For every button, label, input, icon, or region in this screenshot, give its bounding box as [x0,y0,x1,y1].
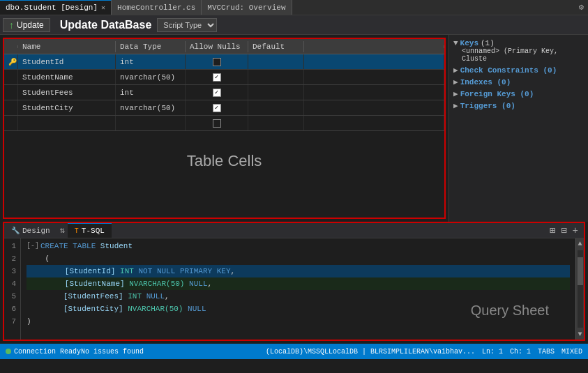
design-tab-label: Design [22,227,50,235]
tab-design[interactable]: 🔧 Design [4,223,57,238]
extra-cell [304,54,444,69]
close-paren: ) [27,315,31,328]
tab-label: HomeController.cs [117,3,195,12]
foreign-keys-section: ▶ Foreign Keys (0) [453,89,584,98]
table-row[interactable]: StudentFees int [4,85,444,100]
default-cell[interactable] [248,116,304,130]
sql-line-7: ) [27,315,570,328]
field-name[interactable]: StudentFees [18,85,116,100]
allow-nulls-cell[interactable] [186,70,248,84]
field-name[interactable]: StudentId [18,54,116,69]
allow-nulls-cell[interactable] [186,54,248,69]
kw-null: NULL [157,265,175,277]
type-int: INT [128,290,142,303]
scroll-up-btn[interactable]: ▲ [578,238,582,249]
status-bar: Connection Ready No issues found (LocalD… [0,344,588,359]
bottom-tab-bar: 🔧 Design ⇅ T T-SQL ⊞ ⊟ + [4,223,584,238]
check-constraints-label[interactable]: Check Constraints (0) [460,66,557,75]
grid-view-btn[interactable]: ⊞ [547,224,558,236]
kw-null: NULL [189,277,207,290]
mixed-mode: MIXED [561,348,582,356]
allow-nulls-checkbox[interactable] [213,89,221,97]
foreign-keys-label[interactable]: Foreign Keys (0) [460,90,534,98]
keyword-create: CREATE [40,240,68,252]
collapse-triangle[interactable]: ▶ [453,77,458,86]
scroll-thumb[interactable] [578,257,583,285]
table-design-area: Name Data Type Allow Nulls Default 🔑 Stu… [0,35,448,222]
type-int: INT [120,265,134,277]
allow-nulls-checkbox[interactable] [213,58,221,66]
allow-nulls-cell[interactable] [186,85,248,100]
key-indicator [4,70,18,84]
vertical-scrollbar[interactable]: ▲ ▼ [575,238,584,340]
allow-nulls-checkbox[interactable] [213,119,221,128]
tab-close-icon[interactable]: ✕ [101,3,105,12]
keys-label[interactable]: Keys [460,39,478,47]
field-type[interactable] [116,116,186,130]
extra-cell [304,70,444,84]
type-nvarchar: NVARCHAR(50) [129,277,184,290]
update-button[interactable]: ↑ Update [3,18,50,32]
col-header-allownulls: Allow Nulls [186,41,248,52]
field-type[interactable]: nvarchar(50) [116,70,186,84]
allow-nulls-cell[interactable] [186,116,248,130]
tab-dbo-student[interactable]: dbo.Student [Design] ✕ [0,0,112,15]
open-paren: ( [27,252,50,265]
collapse-icon[interactable]: [-] [27,240,39,252]
tab-tsql[interactable]: T T-SQL [68,223,112,238]
extra-cell [304,100,444,115]
col-header-name: Name [18,41,116,52]
indexes-label[interactable]: Indexes (0) [460,78,511,86]
indent [27,303,63,315]
tab-label: dbo.Student [Design] [6,3,98,12]
type-nvarchar: NVARCHAR(50) [128,303,183,315]
table-cells-label: Table Cells [4,131,444,170]
scroll-down-btn[interactable]: ▼ [578,329,582,340]
sql-editor: 1 2 3 4 5 6 7 [-] CREATE TABLE Student ( [4,238,584,340]
field-name[interactable]: StudentCity [18,100,116,115]
field-name[interactable]: StudentName [18,70,116,84]
default-cell[interactable] [248,54,304,69]
keys-section: ▼ Keys (1) <unnamed> (Primary Key, Clust… [453,39,584,63]
server-info: (LocalDB)\MSSQLLocalDB | BLRSIMPLILERAN\… [266,348,475,356]
settings-icon[interactable]: ⚙ [575,2,588,13]
collapse-triangle[interactable]: ▶ [453,89,458,98]
script-type-dropdown[interactable]: Script Type [157,18,217,32]
table-row[interactable]: StudentCity nvarchar(50) [4,100,444,116]
default-cell[interactable] [248,85,304,100]
col-header-datatype: Data Type [116,41,186,52]
split-view-btn[interactable]: ⊟ [558,224,569,236]
collapse-triangle[interactable]: ▶ [453,66,458,75]
keys-item[interactable]: <unnamed> (Primary Key, Cluste [462,47,584,63]
sort-icon[interactable]: ⇅ [60,225,65,236]
extra-cell [304,85,444,100]
line-num: 7 [8,315,16,328]
sql-content[interactable]: [-] CREATE TABLE Student ( [StudentId] I… [21,238,575,340]
tab-mvccrud[interactable]: MVCCrud: Overview [202,0,292,15]
default-cell[interactable] [248,70,304,84]
field-name[interactable] [18,116,116,130]
table-row[interactable]: 🔑 StudentId int [4,54,444,70]
line-num: 3 [8,265,16,277]
collapse-triangle[interactable]: ▼ [453,39,458,47]
bottom-tab-right-buttons: ⊞ ⊟ + [547,224,584,236]
fullscreen-btn[interactable]: + [570,225,581,236]
field-type[interactable]: int [116,85,186,100]
allow-nulls-checkbox[interactable] [213,104,221,112]
table-row[interactable]: StudentName nvarchar(50) [4,70,444,85]
col-header-extra [304,45,444,48]
indexes-section: ▶ Indexes (0) [453,77,584,86]
triggers-label[interactable]: Triggers (0) [460,102,515,110]
collapse-triangle[interactable]: ▶ [453,101,458,110]
table-row[interactable] [4,116,444,131]
allow-nulls-checkbox[interactable] [213,73,221,82]
field-type[interactable]: int [116,54,186,69]
field-type[interactable]: nvarchar(50) [116,100,186,115]
key-indicator [4,116,18,130]
default-cell[interactable] [248,100,304,115]
line-num: 2 [8,252,16,265]
allow-nulls-cell[interactable] [186,100,248,115]
no-issues-label: No issues found [81,348,144,356]
tab-home-controller[interactable]: HomeController.cs [112,0,202,15]
scroll-track[interactable] [578,250,583,328]
